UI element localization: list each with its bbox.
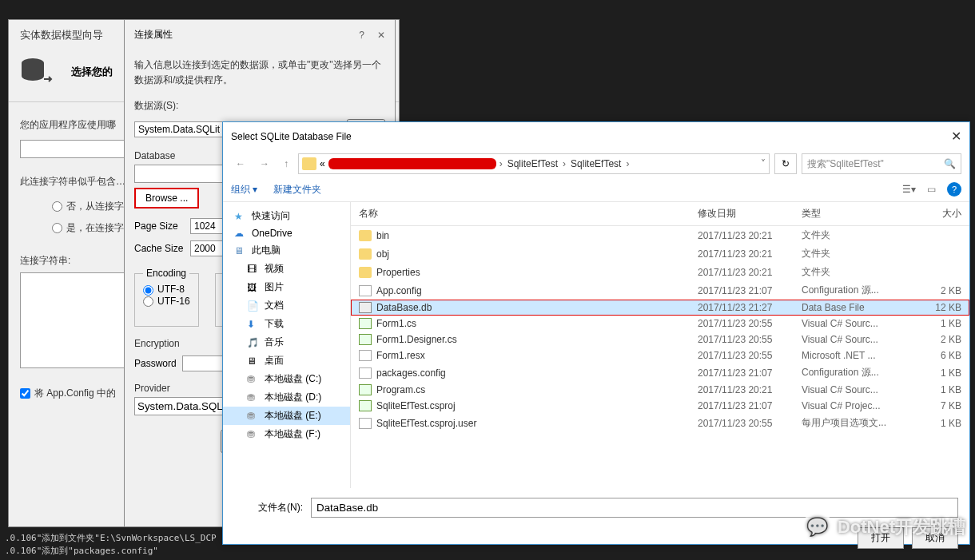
wechat-icon: 💬 — [804, 516, 831, 538]
tree-node[interactable]: 桌面 — [223, 351, 350, 370]
utf16-radio[interactable]: UTF-16 — [143, 296, 190, 307]
filename-label: 文件名(N): — [234, 501, 303, 514]
appconfig-checkbox[interactable]: 将 App.Config 中的 — [20, 387, 116, 399]
folder-icon — [359, 267, 372, 278]
file-icon — [359, 350, 372, 361]
tree-node[interactable]: 视频 — [223, 260, 350, 278]
tree-node[interactable]: ☁OneDrive — [223, 225, 350, 241]
conn-title: 连接属性 — [134, 28, 173, 42]
db-icon — [359, 302, 372, 313]
file-row[interactable]: obj2017/11/23 20:21文件夹 — [351, 244, 969, 263]
tree-node[interactable]: ⛃本地磁盘 (E:) — [223, 407, 350, 425]
file-row[interactable]: DataBase.db2017/11/23 21:27Data Base Fil… — [351, 300, 969, 316]
tree-node[interactable]: ⬇下载 — [223, 315, 350, 333]
tree-node[interactable]: ⛃本地磁盘 (D:) — [223, 388, 350, 407]
music-icon — [247, 337, 260, 348]
drive-icon: ⛃ — [247, 392, 260, 403]
desk-icon — [247, 355, 260, 367]
cs-icon — [359, 318, 372, 329]
close-icon[interactable]: ✕ — [951, 129, 961, 144]
folder-icon — [359, 248, 372, 260]
tree-node[interactable]: 音乐 — [223, 333, 350, 351]
help-icon[interactable]: ? — [359, 30, 364, 41]
tree-node[interactable]: 图片 — [223, 278, 350, 296]
col-name[interactable]: 名称 — [359, 207, 698, 220]
file-list: 名称 修改日期 类型 大小 bin2017/11/23 20:21文件夹obj2… — [351, 202, 969, 488]
cs-icon — [359, 400, 372, 411]
help-icon[interactable]: ? — [947, 182, 961, 197]
file-row[interactable]: SqliteEfTest.csproj2017/11/23 21:07Visua… — [351, 398, 969, 414]
doc-icon — [247, 300, 260, 312]
password-label: Password — [134, 358, 182, 369]
cs-icon — [359, 334, 372, 345]
file-icon — [359, 418, 372, 429]
encoding-group: Encoding UTF-8 UTF-16 — [134, 268, 199, 327]
nav-forward-icon[interactable]: → — [255, 155, 274, 173]
search-input[interactable]: 搜索"SqliteEfTest" 🔍 — [802, 153, 961, 174]
database-icon — [20, 57, 55, 87]
file-open-dialog: Select SQLite Database File ✕ ← → ↑ « › … — [222, 121, 970, 545]
file-row[interactable]: Form1.cs2017/11/23 20:55Visual C# Sourc.… — [351, 316, 969, 332]
nav-tree: ★快速访问☁OneDrive🖥此电脑视频图片文档⬇下载音乐桌面⛃本地磁盘 (C:… — [223, 202, 351, 488]
tree-node[interactable]: ⛃本地磁盘 (C:) — [223, 370, 350, 388]
nav-back-icon[interactable]: ← — [231, 155, 250, 173]
folder-icon — [302, 157, 316, 170]
search-icon: 🔍 — [944, 158, 956, 169]
star-icon: ★ — [234, 211, 247, 222]
file-icon — [359, 367, 372, 379]
dl-icon: ⬇ — [247, 319, 260, 330]
console-output: .0.106"添加到文件夹"E:\SvnWorkspace\LS_DCP .0.… — [0, 529, 221, 560]
file-row[interactable]: SqliteEfTest.csproj.user2017/11/23 20:55… — [351, 414, 969, 432]
video-icon — [247, 264, 260, 275]
col-date[interactable]: 修改日期 — [698, 207, 802, 220]
browse-button[interactable]: Browse ... — [134, 188, 199, 209]
drive-icon: ⛃ — [247, 374, 260, 385]
col-type[interactable]: 类型 — [802, 207, 905, 220]
tree-node[interactable]: ⛃本地磁盘 (F:) — [223, 425, 350, 443]
file-icon — [359, 285, 372, 296]
tree-node[interactable]: ★快速访问 — [223, 207, 350, 225]
cachesize-label: Cache Size — [134, 243, 190, 254]
drive-icon: ⛃ — [247, 429, 260, 440]
pc-icon: 🖥 — [234, 245, 247, 256]
datasource-label: 数据源(S): — [134, 99, 385, 113]
file-row[interactable]: Program.cs2017/11/23 20:21Visual C# Sour… — [351, 382, 969, 398]
close-icon[interactable]: ✕ — [377, 30, 385, 41]
newfolder-button[interactable]: 新建文件夹 — [273, 183, 321, 197]
file-row[interactable]: Properties2017/11/23 20:21文件夹 — [351, 263, 969, 281]
file-row[interactable]: App.config2017/11/23 21:07Configuration … — [351, 281, 969, 300]
watermark: 💬 DotNet开发跳槽 — [804, 515, 965, 539]
redacted-path — [328, 158, 496, 169]
conn-description: 输入信息以连接到选定的数据源，或单击"更改"选择另一个数据源和/或提供程序。 — [134, 58, 385, 88]
nav-up-icon[interactable]: ↑ — [279, 155, 293, 173]
folder-icon — [359, 230, 372, 241]
cloud-icon: ☁ — [234, 228, 247, 239]
pagesize-label: Page Size — [134, 220, 190, 232]
breadcrumb[interactable]: « › SqliteEfTest › SqliteEfTest › ˅ — [298, 153, 770, 174]
file-row[interactable]: packages.config2017/11/23 21:07Configura… — [351, 363, 969, 382]
wizard-subtitle: 选择您的 — [71, 65, 113, 79]
file-row[interactable]: Form1.resx2017/11/23 20:55Microsoft .NET… — [351, 348, 969, 363]
tree-node[interactable]: 文档 — [223, 296, 350, 315]
refresh-button[interactable]: ↻ — [774, 153, 797, 174]
utf8-radio[interactable]: UTF-8 — [143, 284, 185, 295]
cs-icon — [359, 384, 372, 395]
col-size[interactable]: 大小 — [905, 207, 961, 220]
organize-menu[interactable]: 组织 ▾ — [231, 183, 257, 197]
view-details-icon[interactable]: ☰▾ — [902, 184, 916, 195]
filedialog-title: Select SQLite Database File — [231, 131, 352, 142]
file-row[interactable]: Form1.Designer.cs2017/11/23 20:55Visual … — [351, 332, 969, 348]
preview-pane-icon[interactable]: ▭ — [927, 184, 936, 195]
pic-icon — [247, 282, 260, 293]
tree-node[interactable]: 🖥此电脑 — [223, 241, 350, 260]
drive-icon: ⛃ — [247, 411, 260, 422]
file-row[interactable]: bin2017/11/23 20:21文件夹 — [351, 226, 969, 244]
